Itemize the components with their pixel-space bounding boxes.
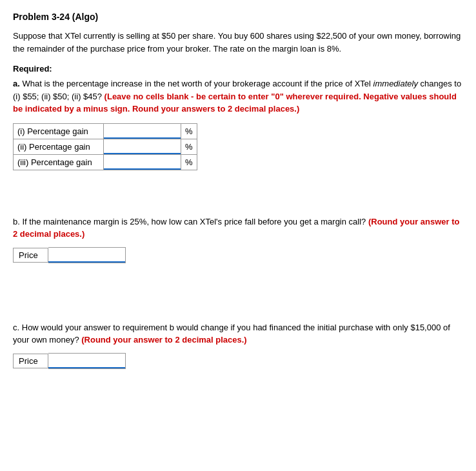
row-i-input-cell	[104, 123, 181, 139]
row-ii-input-cell	[104, 139, 181, 154]
table-row: (ii) Percentage gain %	[14, 139, 197, 154]
part-c-text: c. How would your answer to requirement …	[13, 321, 463, 346]
row-ii-unit: %	[181, 139, 197, 154]
part-b-price-input-cell	[48, 247, 126, 263]
problem-title: Problem 3-24 (Algo)	[13, 12, 463, 22]
row-iii-input-cell	[104, 154, 181, 170]
part-b-text: b. If the maintenance margin is 25%, how…	[13, 215, 463, 241]
part-c-price-input-cell	[48, 353, 126, 369]
part-b-price-row: Price	[13, 247, 463, 263]
part-a-table: (i) Percentage gain % (ii) Percentage ga…	[13, 123, 197, 170]
row-ii-label: (ii) Percentage gain	[14, 139, 104, 154]
part-a-text: a. What is the percentage increase in th…	[13, 77, 463, 115]
table-row: (i) Percentage gain %	[14, 123, 197, 139]
table-row: (iii) Percentage gain %	[14, 154, 197, 170]
part-b-price-input[interactable]	[48, 248, 125, 263]
part-c-price-input[interactable]	[48, 354, 125, 368]
row-i-label: (i) Percentage gain	[14, 123, 104, 139]
row-ii-input[interactable]	[104, 139, 181, 154]
row-iii-unit: %	[181, 154, 197, 170]
row-i-unit: %	[181, 123, 197, 139]
row-iii-label: (iii) Percentage gain	[14, 154, 104, 170]
part-b-price-label: Price	[13, 248, 48, 263]
intro-text: Suppose that XTel currently is selling a…	[13, 30, 463, 55]
required-label: Required:	[13, 64, 463, 74]
part-c-price-row: Price	[13, 353, 463, 369]
row-iii-input[interactable]	[104, 155, 181, 170]
part-c-price-label: Price	[13, 354, 48, 368]
row-i-input[interactable]	[104, 124, 181, 139]
